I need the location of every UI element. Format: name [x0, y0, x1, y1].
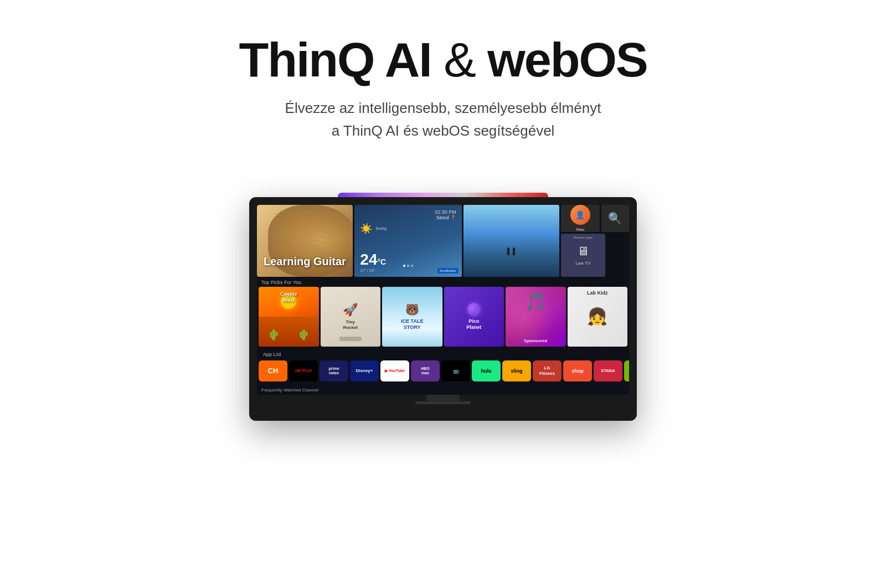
- subtitle: Élvezze az intelligensebb, személyesebb …: [239, 97, 647, 143]
- app-stadia[interactable]: STADIA: [594, 360, 622, 381]
- tile-right-group: 👤 Max 🔍 Recent Input 🖥 Live TV: [561, 205, 629, 277]
- weather-condition: Sunny: [375, 226, 387, 230]
- pick-tile-coyote-west[interactable]: 🌵 🌵 CoyoteWest: [259, 287, 319, 347]
- ice-tale-label: ICE TALESTORY: [401, 318, 423, 331]
- app-apple-tv[interactable]: 📺: [441, 360, 470, 381]
- rocket-icon: 🚀: [343, 303, 358, 317]
- dot-2: [407, 265, 409, 267]
- tiny-rocket-label: TinyRocket: [343, 319, 358, 330]
- dot-3: [411, 265, 413, 267]
- coyote-west-label: CoyoteWest: [259, 291, 319, 303]
- title-thin: webOS: [487, 32, 647, 87]
- avatar: 👤: [570, 205, 590, 225]
- search-icon: 🔍: [608, 212, 622, 225]
- picks-row: 🌵 🌵 CoyoteWest 🚀 TinyRocket 🐻 ICE TALEST…: [257, 287, 629, 347]
- tile-landscape[interactable]: [463, 205, 559, 277]
- header-section: ThinQ AI & webOS Élvezze az intelligense…: [239, 0, 647, 159]
- tile-learning-guitar[interactable]: Learning Guitar: [257, 205, 353, 277]
- tile-search[interactable]: 🔍: [601, 205, 629, 232]
- figure-2: [513, 247, 515, 255]
- app-netflix[interactable]: NETFLIX: [289, 360, 318, 381]
- profile-name: Max: [576, 227, 584, 232]
- tv-stand: [426, 395, 460, 401]
- bear-icon: 🐻: [405, 303, 419, 316]
- app-ch[interactable]: CH: [259, 360, 287, 381]
- learning-guitar-label: Learning Guitar: [264, 255, 346, 268]
- landscape-figures: [507, 247, 515, 255]
- sponsored-figure-icon: 🎵: [524, 291, 547, 312]
- tile-user-search-row: 👤 Max 🔍: [561, 205, 629, 232]
- tv-screen: Learning Guitar 02:30 PM Seoul 📍: [257, 205, 629, 395]
- app-sling[interactable]: sling: [502, 360, 531, 381]
- rocket-platform: [339, 337, 362, 341]
- landscape-ground: [463, 255, 559, 277]
- weather-main: ☀️ Sunny: [360, 223, 456, 235]
- cactus-icon: 🌵: [267, 329, 280, 341]
- app-lg-fitness[interactable]: LGFitness: [533, 360, 562, 381]
- location-pin-icon: 📍: [450, 215, 456, 220]
- app-disney-plus[interactable]: Disney+: [350, 360, 379, 381]
- figure-1: [507, 247, 509, 255]
- accuweather-badge: AccuWeather: [437, 268, 459, 274]
- app-row: CH NETFLIX primevideo Disney+ ▶ YouTube …: [259, 359, 627, 383]
- tile-profile[interactable]: 👤 Max: [561, 205, 600, 232]
- tv-top-row: Learning Guitar 02:30 PM Seoul 📍: [257, 205, 629, 277]
- pico-planet-sphere: [467, 303, 481, 316]
- app-geforce-now[interactable]: GEFORCENOW: [624, 360, 629, 381]
- app-hbo-max[interactable]: HBOmax: [411, 360, 440, 381]
- pick-tile-lab-kidz[interactable]: Lab Kidz 👧: [568, 287, 628, 347]
- pick-tile-ice-tale[interactable]: 🐻 ICE TALESTORY: [382, 287, 442, 347]
- tile-weather[interactable]: 02:30 PM Seoul 📍 ☀️ Sunny 24°C: [354, 205, 461, 277]
- pico-planet-label: PicoPlanet: [466, 318, 481, 331]
- tv-frame: Learning Guitar 02:30 PM Seoul 📍: [249, 197, 637, 421]
- coyote-cacti: 🌵 🌵: [259, 329, 319, 341]
- weather-time: 02:30 PM: [435, 209, 456, 215]
- tv-base: [415, 401, 471, 404]
- sponsored-label: Sponsored: [506, 338, 566, 343]
- lab-kid-icon: 👧: [568, 287, 628, 347]
- app-youtube[interactable]: ▶ YouTube: [380, 360, 409, 381]
- recent-input-label: Recent Input: [561, 236, 605, 239]
- app-list-section: App List CH NETFLIX primevideo Disney+ ▶…: [257, 347, 629, 385]
- dot-1: [403, 265, 405, 267]
- app-hulu[interactable]: hulu: [472, 360, 501, 381]
- tv-wrapper: Learning Guitar 02:30 PM Seoul 📍: [0, 197, 886, 421]
- weather-carousel-dots: [403, 265, 413, 267]
- title-bold: ThinQ AI: [239, 32, 431, 87]
- app-list-label: App List: [259, 349, 627, 359]
- weather-city: Seoul 📍: [435, 215, 456, 220]
- title-connector: &: [444, 32, 487, 87]
- weather-sun-icon: ☀️: [360, 223, 372, 235]
- live-tv-text: Live TV: [575, 261, 590, 266]
- pick-tile-tiny-rocket[interactable]: 🚀 TinyRocket: [321, 287, 381, 347]
- pick-tile-sponsored[interactable]: 🎵 Sponsored: [506, 287, 566, 347]
- page-title: ThinQ AI & webOS: [239, 33, 647, 87]
- app-shope[interactable]: shop: [563, 360, 592, 381]
- pick-tile-pico-planet[interactable]: PicoPlanet: [444, 287, 504, 347]
- top-picks-label: Top Picks For You: [257, 277, 629, 287]
- tile-live-tv[interactable]: Recent Input 🖥 Live TV: [561, 234, 605, 277]
- cactus-icon-2: 🌵: [297, 329, 310, 341]
- frequently-watched-label: Frequently Watched Channel: [257, 385, 629, 395]
- monitor-icon: 🖥: [577, 244, 589, 259]
- app-prime-video[interactable]: primevideo: [320, 360, 348, 381]
